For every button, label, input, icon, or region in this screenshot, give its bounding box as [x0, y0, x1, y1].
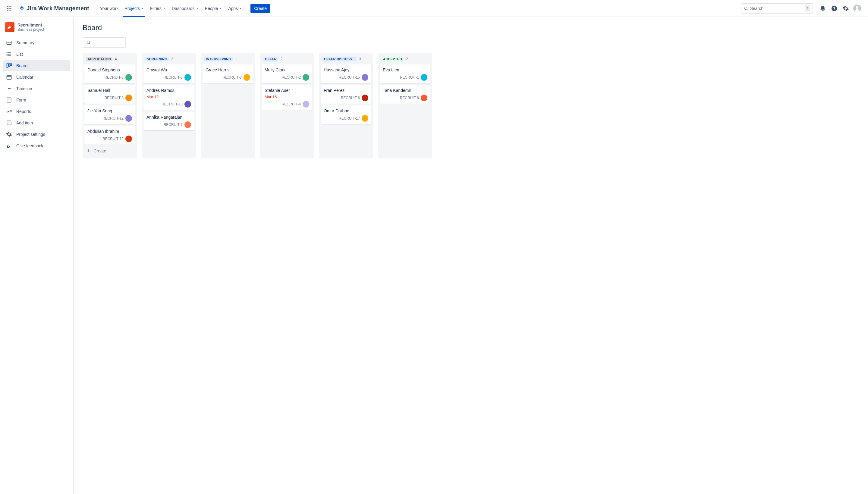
search-input-wrapper[interactable]: /: [741, 3, 813, 14]
nav-item-projects[interactable]: Projects: [122, 0, 147, 17]
chevron-down-icon: [196, 7, 199, 10]
sidebar-item-label: Summary: [16, 40, 34, 45]
card[interactable]: Crystal WuRECRUIT-6: [144, 64, 194, 83]
card[interactable]: Stefanie AuerMar 16RECRUIT-4: [262, 85, 312, 110]
nav-item-dashboards[interactable]: Dashboards: [169, 0, 202, 17]
app-switcher-button[interactable]: [4, 4, 14, 13]
assignee-avatar[interactable]: [184, 121, 191, 128]
sidebar-item-reports[interactable]: Reports: [3, 106, 70, 117]
create-button[interactable]: Create: [251, 4, 270, 13]
svg-point-8: [10, 10, 11, 11]
svg-rect-23: [7, 63, 8, 68]
nav-item-your-work[interactable]: Your work: [97, 0, 122, 17]
svg-line-10: [747, 9, 748, 10]
nav-item-apps[interactable]: Apps: [225, 0, 245, 17]
sidebar-item-label: Reports: [16, 109, 31, 114]
assignee-avatar[interactable]: [184, 101, 191, 108]
assignee-avatar[interactable]: [362, 74, 368, 81]
project-header[interactable]: Recruitment Business project: [3, 22, 70, 36]
card-key: RECRUIT-18: [162, 102, 183, 106]
card[interactable]: Molly ClarkRECRUIT-2: [262, 64, 312, 83]
column-interviewing: INTERVIEWING1Grace HarrisRECRUIT-3: [201, 53, 255, 158]
sidebar-item-board[interactable]: Board: [3, 60, 70, 71]
list-icon: [6, 51, 12, 57]
column-header[interactable]: SCREENING3: [144, 55, 194, 64]
sidebar-item-summary[interactable]: Summary: [3, 37, 70, 48]
card[interactable]: Samuel HallRECRUIT-8: [85, 85, 135, 103]
assignee-avatar[interactable]: [125, 74, 132, 81]
assignee-avatar[interactable]: [362, 115, 368, 122]
card[interactable]: Eva LienRECRUIT-1: [380, 64, 430, 83]
card[interactable]: Omar DarboeRECRUIT-17: [321, 106, 371, 124]
assignee-avatar[interactable]: [421, 74, 427, 81]
column-count: 4: [115, 57, 117, 61]
settings-button[interactable]: [841, 4, 851, 13]
column-header[interactable]: ACCEPTED2: [380, 55, 430, 64]
sidebar-item-add-item[interactable]: Add item: [3, 117, 70, 128]
assignee-avatar[interactable]: [302, 74, 309, 81]
sidebar-item-list[interactable]: List: [3, 49, 70, 60]
svg-rect-26: [7, 75, 12, 79]
notifications-button[interactable]: [818, 4, 828, 13]
sidebar-item-form[interactable]: Form: [3, 95, 70, 106]
column-count: 2: [281, 57, 283, 61]
create-card-button[interactable]: +Create: [85, 146, 135, 156]
profile-button[interactable]: [852, 4, 862, 13]
project-icon: [5, 22, 15, 32]
card[interactable]: Andres RamosMar 12RECRUIT-18: [144, 85, 194, 110]
svg-rect-25: [10, 63, 12, 66]
nav-item-people[interactable]: People: [202, 0, 225, 17]
assignee-avatar[interactable]: [362, 95, 368, 101]
sidebar-item-calendar[interactable]: Calendar: [3, 72, 70, 82]
card[interactable]: Annika RangarajanRECRUIT-7: [144, 112, 194, 130]
card[interactable]: Donald StephensRECRUIT-8: [85, 64, 135, 83]
sidebar-item-project-settings[interactable]: Project settings: [3, 129, 70, 140]
sidebar-item-timeline[interactable]: Timeline: [3, 83, 70, 94]
card-footer: RECRUIT-15: [324, 74, 368, 81]
assignee-avatar[interactable]: [125, 136, 132, 142]
card-key: RECRUIT-7: [164, 122, 183, 127]
card-key: RECRUIT-3: [223, 75, 242, 79]
card-key: RECRUIT-6: [341, 96, 360, 100]
column-header[interactable]: INTERVIEWING1: [203, 55, 253, 64]
sidebar-nav: SummaryListBoardCalendarTimelineFormRepo…: [3, 37, 70, 151]
card-title: Eva Lien: [383, 68, 427, 72]
card-key: RECRUIT-1: [400, 75, 419, 79]
svg-point-20: [7, 52, 7, 53]
nav-item-filters[interactable]: Filters: [147, 0, 169, 17]
chevron-down-icon: [141, 7, 144, 10]
assignee-avatar[interactable]: [125, 115, 132, 122]
board-search[interactable]: [82, 37, 126, 48]
assignee-avatar[interactable]: [421, 95, 427, 101]
card[interactable]: Hassana AjayiRECRUIT-15: [321, 64, 371, 83]
search-input[interactable]: [750, 6, 803, 11]
reports-icon: [6, 109, 12, 114]
help-button[interactable]: ?: [829, 4, 839, 13]
card-key: RECRUIT-17: [339, 116, 360, 120]
assignee-avatar[interactable]: [243, 74, 250, 81]
assignee-avatar[interactable]: [302, 101, 309, 108]
card-footer: RECRUIT-6: [146, 74, 191, 81]
column-header[interactable]: OFFER DISCUSS...3: [321, 55, 371, 64]
sidebar-item-give-feedback[interactable]: Give feedback: [3, 140, 70, 151]
plus-icon: +: [87, 148, 90, 154]
card-footer: RECRUIT-3: [206, 74, 250, 81]
column-header[interactable]: APPLICATION4: [85, 55, 135, 64]
column-header[interactable]: OFFER2: [262, 55, 312, 64]
card[interactable]: Taha KandemirRECRUIT-6: [380, 85, 430, 103]
card[interactable]: Grace HarrisRECRUIT-3: [203, 64, 253, 83]
card-footer: RECRUIT-6: [383, 95, 427, 101]
card[interactable]: Abdullah IbrahimRECRUIT-12: [85, 126, 135, 145]
product-logo[interactable]: Jira Work Management: [16, 5, 92, 12]
assignee-avatar[interactable]: [184, 74, 191, 81]
card[interactable]: Fran PerezRECRUIT-6: [321, 85, 371, 103]
search-icon: [86, 40, 91, 45]
chevron-down-icon: [163, 7, 166, 10]
card-list: Grace HarrisRECRUIT-3: [203, 64, 253, 83]
card-due-date: Mar 16: [265, 95, 309, 99]
card-footer: RECRUIT-17: [324, 115, 368, 122]
assignee-avatar[interactable]: [125, 95, 132, 101]
card[interactable]: Jie Yan SongRECRUIT-12: [85, 106, 135, 124]
product-name: Jira Work Management: [26, 5, 89, 12]
sidebar-item-label: Add item: [16, 120, 33, 125]
